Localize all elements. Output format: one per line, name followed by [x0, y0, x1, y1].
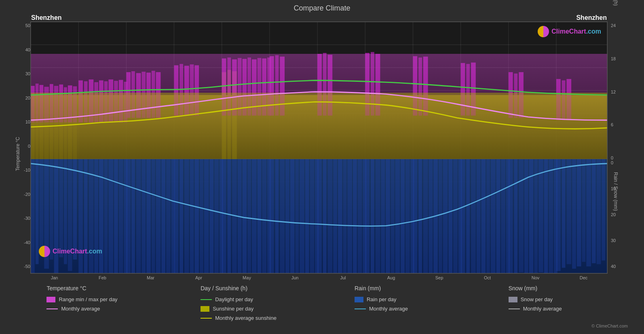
snow-avg-line	[509, 308, 520, 309]
svg-rect-54	[179, 159, 183, 273]
svg-rect-63	[222, 159, 226, 273]
x-tick-may: May	[223, 275, 271, 280]
svg-rect-38	[104, 159, 108, 273]
svg-rect-126	[524, 159, 528, 273]
svg-rect-103	[413, 159, 417, 273]
svg-rect-121	[501, 159, 505, 273]
svg-rect-64	[227, 159, 231, 273]
legend-sunshine-label: Sunshine per day	[213, 306, 253, 312]
svg-rect-85	[327, 159, 332, 273]
y-right-tick-30: 30	[611, 238, 636, 243]
y-right-tick-6: 6	[611, 122, 636, 127]
y-tick-50: 50	[8, 23, 30, 28]
temp-avg-line	[46, 308, 58, 309]
svg-rect-116	[477, 159, 481, 273]
y-axis-right-label-bottom: Rain / Snow (mm)	[613, 172, 619, 211]
svg-rect-133	[556, 159, 561, 271]
svg-rect-137	[577, 159, 581, 266]
legend-rain-avg-label: Monthly average	[369, 306, 408, 312]
x-tick-jun: Jun	[271, 275, 319, 280]
svg-rect-55	[184, 159, 189, 273]
svg-rect-124	[514, 159, 517, 273]
svg-rect-91	[358, 159, 362, 273]
svg-rect-119	[491, 159, 496, 273]
legend-daylight: Daylight per day	[201, 296, 289, 302]
chart-inner: Shenzhen Shenzhen	[30, 14, 608, 280]
svg-rect-90	[353, 159, 357, 273]
daylight-line	[201, 299, 212, 300]
svg-rect-128	[534, 159, 538, 273]
legend-snow-swatch: Snow per day	[509, 296, 598, 302]
svg-rect-58	[200, 159, 203, 273]
legend-snow-avg-label: Monthly average	[523, 306, 562, 312]
svg-rect-139	[586, 159, 591, 266]
svg-rect-109	[443, 159, 448, 273]
svg-rect-108	[439, 159, 442, 273]
svg-rect-51	[166, 159, 171, 273]
x-tick-apr: Apr	[175, 275, 223, 280]
svg-rect-75	[280, 159, 285, 273]
logo-clime-text-bottom: ClimeChart	[53, 248, 87, 255]
svg-rect-135	[566, 159, 571, 264]
svg-rect-74	[275, 159, 279, 273]
legend-rain-swatch: Rain per day	[355, 296, 443, 302]
x-axis: Jan Feb Mar Apr May Jun Jul Aug Sep Oct …	[30, 274, 608, 280]
svg-rect-113	[461, 159, 465, 273]
svg-rect-24	[36, 159, 39, 264]
svg-rect-123	[509, 159, 513, 273]
svg-rect-84	[323, 159, 327, 273]
x-tick-feb: Feb	[78, 275, 127, 280]
y-tick-m20: -20	[8, 192, 30, 197]
logo-domain-bottom: .com	[87, 248, 102, 255]
y-right-tick-40: 40	[611, 264, 636, 269]
y-axis-right-label-top: Day / Sunshine (h)	[613, 0, 619, 6]
x-tick-sep: Sep	[415, 275, 463, 280]
svg-rect-70	[258, 159, 262, 273]
svg-rect-27	[50, 159, 53, 260]
y-tick-10: 10	[8, 119, 30, 124]
svg-rect-48	[152, 159, 155, 273]
legend-sunshine-title: Day / Sunshine (h)	[201, 285, 289, 291]
svg-rect-130	[544, 159, 548, 273]
city-left: Shenzhen	[31, 14, 62, 21]
page-title: Compare Climate	[8, 4, 636, 13]
svg-rect-114	[466, 159, 470, 273]
y-tick-40: 40	[8, 47, 30, 52]
svg-rect-87	[338, 159, 342, 273]
svg-rect-98	[391, 159, 395, 273]
city-labels: Shenzhen Shenzhen	[30, 14, 608, 21]
svg-rect-43	[126, 159, 131, 273]
logo-icon-top	[538, 26, 549, 37]
svg-rect-50	[161, 159, 165, 273]
svg-rect-88	[343, 159, 347, 273]
svg-rect-32	[73, 159, 77, 260]
svg-rect-89	[347, 159, 352, 273]
legend-area: Temperature °C Range min / max per day M…	[8, 280, 636, 323]
svg-rect-49	[156, 159, 161, 273]
snow-swatch	[509, 297, 517, 302]
svg-rect-104	[418, 159, 422, 273]
svg-rect-77	[290, 159, 295, 273]
y-right-tick-18: 18	[611, 56, 636, 61]
logo-bottom-left: ClimeChart.com	[39, 246, 102, 257]
y-tick-m40: -40	[8, 240, 30, 245]
y-tick-m30: -30	[8, 216, 30, 221]
logo-text-top: ClimeChart.com	[551, 28, 601, 35]
svg-rect-47	[146, 159, 151, 273]
svg-rect-142	[602, 159, 605, 261]
svg-rect-125	[519, 159, 524, 272]
legend-temp-range: Range min / max per day	[46, 296, 135, 302]
legend-temp-avg-label: Monthly average	[61, 306, 100, 312]
legend-temperature: Temperature °C Range min / max per day M…	[46, 285, 135, 321]
svg-rect-39	[108, 159, 113, 273]
x-tick-nov: Nov	[511, 275, 560, 280]
legend-temp-avg: Monthly average	[46, 306, 135, 312]
svg-rect-100	[401, 159, 405, 273]
svg-rect-96	[381, 159, 385, 273]
svg-rect-120	[496, 159, 500, 273]
city-right: Shenzhen	[576, 14, 607, 21]
legend-snow: Snow (mm) Snow per day Monthly average	[509, 285, 598, 321]
svg-rect-83	[317, 159, 322, 273]
legend-sunshine-avg-label: Monthly average sunshine	[215, 315, 277, 321]
logo-text-bottom: ClimeChart.com	[53, 248, 102, 255]
